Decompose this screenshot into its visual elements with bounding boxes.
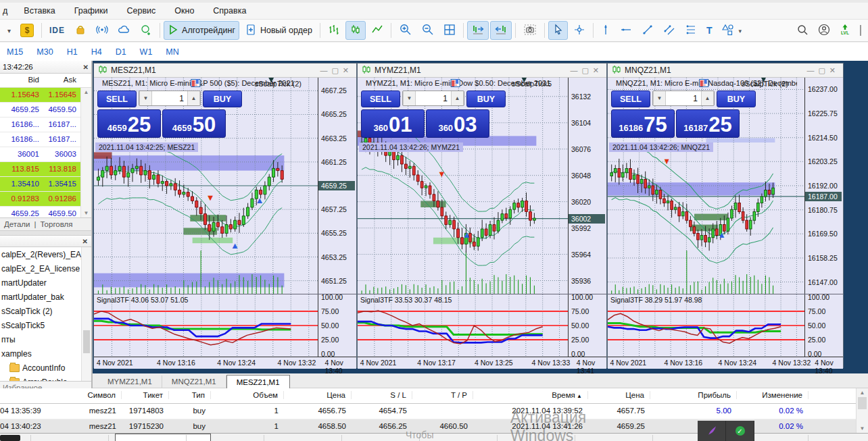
dollar-button[interactable]: $	[16, 21, 38, 40]
menu-item-insert[interactable]: Вставка	[14, 4, 64, 18]
time-axis[interactable]: 4 Nov 20214 Nov 13:164 Nov 13:244 Nov 13…	[94, 357, 356, 369]
volume-stepper[interactable]: ▼1▲	[402, 90, 464, 106]
chart-window-MYMZ21M1[interactable]: MYMZ21,M1—▢✕▼▲MYMZ21, M1: Micro E-mini D…	[357, 63, 607, 368]
tf-mn[interactable]: MN	[159, 45, 185, 59]
tf-m15[interactable]: M15	[0, 45, 30, 59]
navigator-item[interactable]: calpEx_2_EA_license	[0, 261, 91, 276]
menu-item-vid[interactable]: д	[0, 4, 14, 18]
chart-tab-MESZ21M1[interactable]: MESZ21,M1	[226, 375, 290, 388]
search-button[interactable]	[796, 24, 809, 38]
channel-button[interactable]	[659, 21, 679, 40]
chart-titlebar[interactable]: MNQZ21,M1—▢✕	[608, 63, 843, 78]
tf-w1[interactable]: W1	[133, 45, 160, 59]
volume-input[interactable]: 1	[152, 91, 187, 105]
new-order-button[interactable]: Новый ордер	[241, 21, 316, 40]
volume-input[interactable]: 1	[416, 91, 451, 105]
market-watch-scrollbar[interactable]: ▲▼	[80, 88, 91, 217]
column-header-S / L[interactable]: S / L	[352, 391, 412, 399]
tf-m30[interactable]: M30	[30, 45, 59, 59]
menu-item-charts[interactable]: Графики	[65, 4, 118, 18]
crosshair-button[interactable]	[569, 21, 589, 40]
cloud-button[interactable]	[114, 21, 135, 40]
minimize-icon[interactable]: —	[806, 66, 818, 74]
close-icon[interactable]: ✕	[593, 66, 603, 74]
buy-button[interactable]: BUY	[203, 90, 242, 107]
market-bag-button[interactable]	[70, 21, 91, 40]
chart-titlebar[interactable]: MESZ21,M1—▢✕	[94, 63, 356, 78]
market-watch-row[interactable]: 16186...16187...	[0, 132, 91, 147]
play-button[interactable]: Алготрейдинг	[164, 21, 239, 40]
navigator-item[interactable]: calpEx_2(Revers)_EA_li	[0, 247, 91, 261]
close-icon[interactable]: ✕	[829, 66, 840, 74]
zoom-in-button[interactable]	[395, 21, 416, 40]
indicator-pane[interactable]: Signal3TF 38.29 51.97 48.98	[608, 294, 805, 357]
account-button[interactable]	[818, 24, 830, 38]
chart-titlebar[interactable]: MYMZ21,M1—▢✕	[358, 63, 606, 78]
hline-button[interactable]	[616, 21, 636, 40]
sell-price[interactable]: 36001	[361, 109, 425, 138]
trade-table-row[interactable]: 04 13:35:39mesz2119714803buy14656.754654…	[0, 404, 868, 419]
close-icon[interactable]: ✕	[82, 238, 91, 245]
text-tool-button[interactable]: T	[702, 21, 717, 40]
market-watch-row[interactable]: 0.912830.91286	[0, 192, 91, 207]
buy-price[interactable]: 465950	[162, 109, 226, 138]
tab-trading[interactable]: Торговля	[40, 220, 72, 228]
chart-tab-MNQZ21M1[interactable]: MNQZ21,M1	[162, 375, 226, 388]
column-header-Символ[interactable]: Символ	[39, 391, 122, 399]
toolbox-active-tab-stub[interactable]	[115, 434, 211, 441]
maximize-icon[interactable]: ▢	[331, 66, 342, 74]
sell-price[interactable]: 1618675	[611, 109, 675, 138]
navigator-item[interactable]: пты	[0, 332, 91, 346]
volume-decrease-icon[interactable]: ▼	[139, 91, 152, 105]
chart-tab-MYMZ21M1[interactable]: MYMZ21,M1	[98, 375, 162, 388]
trade-table-scrollbar[interactable]: ▲ ▼	[856, 388, 868, 433]
column-header-Тикет[interactable]: Тикет	[122, 391, 169, 399]
buy-price[interactable]: 36003	[426, 109, 489, 138]
market-watch-row[interactable]: 1.354101.35415	[0, 177, 91, 192]
window-controls[interactable]: —▢✕	[570, 66, 603, 75]
window-controls[interactable]: —▢✕	[320, 66, 353, 75]
menu-item-help[interactable]: Справка	[203, 4, 256, 18]
dropdown-arrow-button[interactable]: ▾	[3, 21, 15, 40]
menu-item-service[interactable]: Сервис	[117, 4, 165, 18]
market-watch-row[interactable]: 113.815113.818	[0, 162, 91, 177]
shift-end-right-button[interactable]	[467, 21, 489, 40]
market-watch-row[interactable]: 16186...16187...	[0, 118, 91, 132]
menu-item-window[interactable]: Окно	[165, 4, 203, 18]
tf-h1[interactable]: H1	[60, 45, 85, 59]
tf-h4[interactable]: H4	[85, 45, 109, 59]
volume-increase-icon[interactable]: ▲	[187, 91, 200, 105]
volume-decrease-icon[interactable]: ▼	[403, 91, 416, 105]
navigator-item[interactable]: martUpdater	[0, 276, 91, 290]
fibo-button[interactable]	[681, 21, 701, 40]
vline-button[interactable]	[597, 21, 614, 40]
buy-price[interactable]: 1618725	[676, 109, 740, 138]
buy-button[interactable]: BUY	[466, 90, 506, 107]
volume-input[interactable]: 1	[666, 91, 701, 105]
time-axis[interactable]: 4 Nov 20214 Nov 13:164 Nov 13:244 Nov 13…	[608, 357, 843, 369]
tile-windows-button[interactable]	[439, 21, 460, 40]
minimize-icon[interactable]: —	[570, 66, 581, 74]
volume-stepper[interactable]: ▼1▲	[139, 90, 201, 106]
navigator-item[interactable]: martUpdater_bak	[0, 290, 91, 304]
column-header-T / P[interactable]: T / P	[412, 391, 473, 399]
tf-d1[interactable]: D1	[109, 45, 133, 59]
column-header-Тип[interactable]: Тип	[169, 391, 211, 399]
minimize-icon[interactable]: —	[320, 66, 331, 74]
bars-chart-button[interactable]	[324, 21, 344, 40]
navigator-scrollbar[interactable]	[81, 247, 91, 381]
navigator-item[interactable]: ArrayDouble	[0, 375, 91, 381]
chart-main-pane[interactable]: ▼▲MYMZ21, M1: Micro E-mini Dow $0.50: De…	[358, 78, 569, 294]
maximize-icon[interactable]: ▢	[818, 66, 829, 74]
sell-price[interactable]: 465925	[97, 109, 161, 138]
camera-button[interactable]	[519, 21, 541, 40]
chart-window-MESZ21M1[interactable]: MESZ21,M1—▢✕▼▲▲MESZ21, M1: Micro E-mini …	[93, 63, 357, 368]
sell-button[interactable]: SELL	[361, 90, 400, 107]
close-icon[interactable]: ✕	[83, 63, 89, 71]
signal-button[interactable]	[92, 21, 112, 40]
zoom-out-button[interactable]	[417, 21, 438, 40]
column-header-Время[interactable]: Время ▲	[473, 391, 588, 399]
market-watch-row[interactable]: 4659.254659.50	[0, 207, 91, 217]
column-bid[interactable]: Bid	[0, 74, 42, 87]
volume-decrease-icon[interactable]: ▼	[653, 91, 666, 105]
